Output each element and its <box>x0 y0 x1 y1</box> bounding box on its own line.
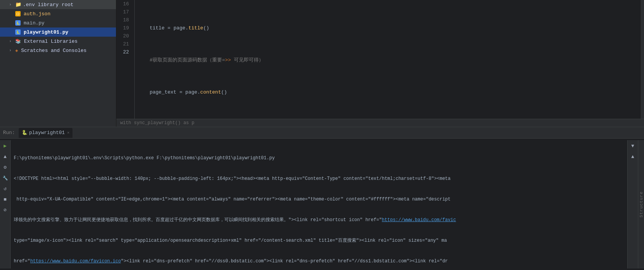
output-line-5: href="https://www.baidu.com/favicon.ico"… <box>14 258 624 265</box>
code-editor: 16 17 18 19 20 21 22 title = page.title(… <box>116 0 644 127</box>
sidebar-item-env-label: .env library root <box>23 2 74 8</box>
chevron-right-icon: › <box>9 3 14 7</box>
output-line-2: http-equiv="X-UA-Compatible" content="IE… <box>14 196 624 203</box>
ln-17: 17 <box>116 8 131 16</box>
run-panel: Run: 🐍 playwright01 × ▶ ▲ ⚙ 🔧 ↺ ■ ⊘ F:\p… <box>0 127 644 270</box>
run-tab-close[interactable]: × <box>67 131 70 135</box>
py-file-icon-main: 🐍 <box>15 20 21 26</box>
py-file-icon-playwright: 🐍 <box>15 29 21 35</box>
code-lines[interactable]: title = page.title() #获取页面的页面源码数据（重要=>> … <box>135 0 640 119</box>
json-file-icon: {} <box>15 11 21 16</box>
lib-icon: 📚 <box>15 39 21 44</box>
code-content: 16 17 18 19 20 21 22 title = page.title(… <box>116 0 644 119</box>
sidebar-item-auth-label: auth.json <box>24 11 50 17</box>
ln-16: 16 <box>116 0 131 8</box>
scratch-icon: ◈ <box>15 48 18 53</box>
code-line-18: page_text = page.content() <box>138 88 640 96</box>
output-line-1: <!DOCTYPE html><html style="--bubble-wid… <box>14 175 624 182</box>
run-rerun-button[interactable]: ↺ <box>1 184 10 193</box>
chevron-right-icon-2: › <box>9 39 14 44</box>
sidebar-item-external[interactable]: › 📚 External Libraries <box>0 37 116 46</box>
code-line-17: #获取页面的页面源码数据（重要=>> 可见即可得） <box>138 56 640 64</box>
output-text-area[interactable]: F:\pythonitems\playwright01\.env\Scripts… <box>11 140 627 268</box>
ln-21: 21 <box>116 40 131 48</box>
run-clear-button[interactable]: ⊘ <box>1 206 10 214</box>
run-output: ▶ ▲ ⚙ 🔧 ↺ ■ ⊘ F:\pythonitems\playwright0… <box>0 139 644 270</box>
code-line-16: title = page.title() <box>138 24 640 32</box>
run-tab-label: playwright01 <box>29 130 65 136</box>
ln-20: 20 <box>116 32 131 40</box>
run-toolbar: ▶ ▲ ⚙ 🔧 ↺ ■ ⊘ <box>0 140 11 268</box>
ln-19: 19 <box>116 24 131 32</box>
sidebar-item-external-label: External Libraries <box>24 39 77 44</box>
ln-18: 18 <box>116 16 131 24</box>
run-tab-playwright01[interactable]: 🐍 playwright01 × <box>19 128 72 138</box>
run-up-button[interactable]: ▲ <box>1 152 10 161</box>
run-stop-button[interactable]: ■ <box>1 195 10 204</box>
run-settings-button[interactable]: ⚙ <box>1 163 10 171</box>
sidebar-item-env[interactable]: › 📁 .env library root <box>0 0 116 9</box>
bottom-hint-text: with sync_playwright() as p <box>120 120 194 126</box>
structure-label: Structure <box>639 191 644 217</box>
folder-icon: 📁 <box>15 2 21 8</box>
structure-bar: Structure <box>638 140 644 268</box>
output-link-1[interactable]: https://www.baidu.com/favic <box>382 217 456 223</box>
editor-scrollbar[interactable] <box>640 0 644 119</box>
run-up2-button[interactable]: ▲ <box>629 152 637 161</box>
sidebar-item-scratches-label: Scratches and Consoles <box>21 48 87 53</box>
output-link-2[interactable]: https://www.baidu.com/favicon.ico <box>30 259 121 264</box>
main-area: › 📁 .env library root {} auth.json 🐍 mai… <box>0 0 644 127</box>
sidebar-item-playwright01[interactable]: 🐍 playwright01.py <box>0 27 116 37</box>
sidebar-item-scratches[interactable]: › ◈ Scratches and Consoles <box>0 46 116 55</box>
bottom-hint: with sync_playwright() as p <box>116 119 644 127</box>
sidebar-item-main[interactable]: 🐍 main.py <box>0 18 116 27</box>
chevron-right-icon-3: › <box>9 49 14 53</box>
ln-22: 22 <box>116 48 131 56</box>
sidebar: › 📁 .env library root {} auth.json 🐍 mai… <box>0 0 116 127</box>
run-down-button[interactable]: ▼ <box>629 142 637 150</box>
output-line-4: type="image/x-icon"><link rel="search" t… <box>14 237 624 244</box>
sidebar-item-main-label: main.py <box>24 20 45 26</box>
run-play-button[interactable]: ▶ <box>1 142 10 150</box>
sidebar-item-playwright01-label: playwright01.py <box>24 29 68 35</box>
run-tab-icon: 🐍 <box>22 130 27 136</box>
run-header: Run: 🐍 playwright01 × <box>0 127 644 139</box>
run-wrench-button[interactable]: 🔧 <box>1 174 10 182</box>
run-label: Run: <box>3 130 15 136</box>
line-numbers: 16 17 18 19 20 21 22 <box>116 0 135 119</box>
output-line-cmd: F:\pythonitems\playwright01\.env\Scripts… <box>14 155 624 162</box>
run-right-bar: ▼ ▲ <box>627 140 638 268</box>
sidebar-item-auth[interactable]: {} auth.json <box>0 9 116 18</box>
output-line-3: 球领先的中文搜索引擎、致力于让网民更便捷地获取信息，找到所求。百度超过千亿的中文… <box>14 217 624 223</box>
